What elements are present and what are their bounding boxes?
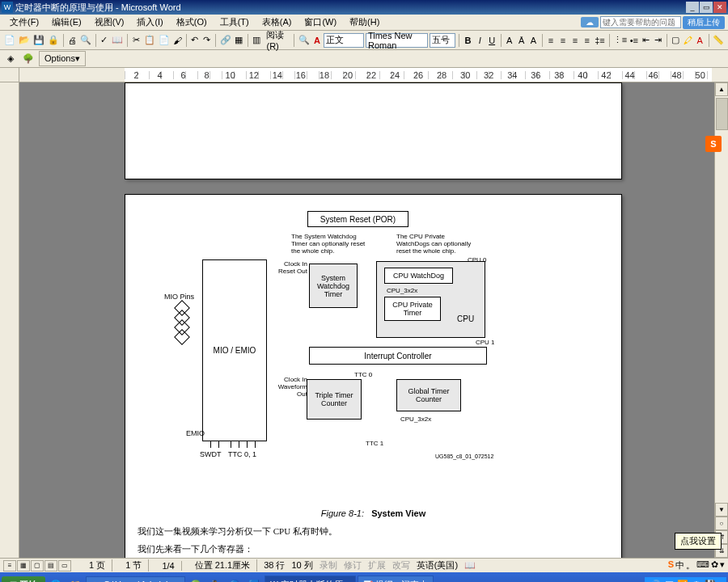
status-lang[interactable]: 英语(美国) bbox=[417, 559, 458, 571]
italic-icon[interactable]: I bbox=[475, 33, 485, 48]
undo-icon[interactable]: ↶ bbox=[190, 33, 201, 48]
close-button[interactable]: ✕ bbox=[713, 2, 726, 13]
ie-icon[interactable]: 🌐 bbox=[47, 576, 65, 582]
sogou-badge[interactable]: S bbox=[705, 136, 722, 152]
view-reading-icon[interactable]: ▭ bbox=[58, 560, 71, 571]
font-color-icon[interactable]: A bbox=[695, 33, 705, 48]
menu-window[interactable]: 窗口(W) bbox=[298, 15, 343, 30]
ime-kbd-icon[interactable]: ⌨ bbox=[696, 559, 709, 571]
char-shading-icon[interactable]: A bbox=[504, 33, 514, 48]
cut-icon[interactable]: ✂ bbox=[131, 33, 142, 48]
view-web-icon[interactable]: ▦ bbox=[17, 560, 30, 571]
app2-icon[interactable]: 🟦 bbox=[245, 576, 263, 582]
ime-punct-icon[interactable]: 。 bbox=[686, 559, 695, 571]
highlight-icon[interactable]: 🖍 bbox=[683, 33, 693, 48]
task-explorer[interactable]: 📁 C:\Users\Adminis... bbox=[86, 576, 185, 582]
scroll-thumb[interactable] bbox=[716, 98, 728, 130]
increase-indent-icon[interactable]: ⇥ bbox=[653, 33, 663, 48]
start-button[interactable]: ⊞ 开始 bbox=[2, 576, 45, 583]
save-icon[interactable]: 💾 bbox=[32, 33, 45, 48]
ime-sogou-icon[interactable]: S bbox=[668, 559, 674, 571]
document-area[interactable]: System Reset (POR) The System Watchdog T… bbox=[19, 82, 714, 558]
bold-icon[interactable]: B bbox=[463, 33, 473, 48]
qq-icon[interactable]: 🐧 bbox=[206, 576, 224, 582]
tray-icon-3[interactable]: 📶 bbox=[677, 579, 688, 582]
app1-icon[interactable]: 🔵 bbox=[226, 576, 243, 582]
status-ovr[interactable]: 改写 bbox=[392, 559, 410, 571]
decrease-indent-icon[interactable]: ⇤ bbox=[641, 33, 651, 48]
table-icon[interactable]: ▦ bbox=[234, 33, 244, 48]
minimize-button[interactable]: _ bbox=[686, 2, 699, 13]
copy-icon[interactable]: 📋 bbox=[143, 33, 156, 48]
align-center-icon[interactable]: ≡ bbox=[558, 33, 569, 48]
tree-icon[interactable]: 🌳 bbox=[21, 52, 36, 66]
restore-button[interactable]: ▭ bbox=[700, 2, 713, 13]
ime-menu-icon[interactable]: ▾ bbox=[720, 559, 725, 571]
paragraph-2[interactable]: 我们先来看一下几个寄存器： bbox=[138, 542, 609, 557]
menu-insert[interactable]: 插入(I) bbox=[130, 15, 169, 30]
zoom-icon[interactable]: 🔍 bbox=[298, 33, 311, 48]
vertical-ruler[interactable] bbox=[0, 82, 19, 558]
ime-sym-icon[interactable]: ✿ bbox=[711, 559, 718, 571]
research-icon[interactable]: 📖 bbox=[111, 33, 124, 48]
tray-icon-2[interactable]: 🛡 bbox=[663, 579, 675, 582]
tray-icon-4[interactable]: ⚙ bbox=[691, 579, 702, 582]
outline-icon[interactable]: ◈ bbox=[3, 52, 18, 66]
tray-tooltip[interactable]: 点我设置 bbox=[675, 533, 722, 550]
upload-button[interactable]: 稍后上传 bbox=[683, 16, 725, 29]
explorer-icon[interactable]: 📁 bbox=[66, 576, 84, 582]
border-icon[interactable]: ▢ bbox=[671, 33, 681, 48]
menu-format[interactable]: 格式(O) bbox=[170, 15, 214, 30]
menu-tools[interactable]: 工具(T) bbox=[214, 15, 256, 30]
spell-icon[interactable]: ✓ bbox=[99, 33, 109, 48]
link-icon[interactable]: 🔗 bbox=[219, 33, 232, 48]
view-normal-icon[interactable]: ≡ bbox=[3, 560, 16, 571]
menu-view[interactable]: 视图(V) bbox=[88, 15, 131, 30]
columns-icon[interactable]: ▥ bbox=[252, 33, 262, 48]
system-tray[interactable]: 🔊 🛡 📶 ⚙ 💾 bbox=[645, 577, 726, 582]
chrome-icon[interactable]: 🟢 bbox=[187, 576, 205, 582]
menu-file[interactable]: 文件(F) bbox=[3, 15, 45, 30]
menu-edit[interactable]: 编辑(E) bbox=[45, 15, 88, 30]
status-ext[interactable]: 扩展 bbox=[368, 559, 386, 571]
paragraph-1[interactable]: 我们这一集视频来学习分析仅一下 CPU 私有时钟。 bbox=[138, 525, 609, 539]
align-left-icon[interactable]: ≡ bbox=[546, 33, 557, 48]
print-icon[interactable]: 🖨 bbox=[67, 33, 78, 48]
vertical-scrollbar[interactable]: ▲ ▼ ○ ⇈ ⇊ bbox=[714, 82, 728, 558]
underline-icon[interactable]: U bbox=[487, 33, 497, 48]
style-select[interactable]: 正文 bbox=[324, 33, 364, 48]
char-scale-icon[interactable]: A bbox=[528, 33, 539, 48]
status-rev[interactable]: 修订 bbox=[344, 559, 362, 571]
ruler-icon[interactable]: 📏 bbox=[712, 33, 725, 48]
font-select[interactable]: Times New Roman bbox=[366, 33, 428, 48]
align-right-icon[interactable]: ≡ bbox=[569, 33, 580, 48]
task-notepad[interactable]: 📝 提纲 - 记事本 bbox=[358, 576, 434, 583]
tray-icon-1[interactable]: 🔊 bbox=[650, 579, 661, 582]
status-rec[interactable]: 录制 bbox=[320, 559, 337, 571]
numbered-list-icon[interactable]: ⋮≡ bbox=[612, 33, 627, 48]
horizontal-ruler[interactable]: 2468101214161820222426283032343638404244… bbox=[125, 68, 712, 82]
format-painter-icon[interactable]: 🖌 bbox=[172, 33, 183, 48]
options-button[interactable]: Options▾ bbox=[39, 51, 86, 66]
cloud-icon[interactable]: ☁ bbox=[581, 17, 599, 27]
menu-help[interactable]: 帮助(H) bbox=[343, 15, 386, 30]
scroll-up-icon[interactable]: ▲ bbox=[715, 82, 728, 96]
char-format-icon[interactable]: A bbox=[312, 33, 323, 48]
browse-select-icon[interactable]: ○ bbox=[715, 517, 728, 530]
justify-icon[interactable]: ≡ bbox=[582, 33, 592, 48]
redo-icon[interactable]: ↷ bbox=[201, 33, 212, 48]
char-border-icon[interactable]: Ā bbox=[516, 33, 527, 48]
tray-icon-5[interactable]: 💾 bbox=[705, 579, 716, 582]
scroll-down-icon[interactable]: ▼ bbox=[715, 503, 728, 517]
read-button[interactable]: 阅读(R) bbox=[263, 28, 290, 52]
help-search[interactable] bbox=[600, 16, 681, 28]
bullet-list-icon[interactable]: •≡ bbox=[629, 33, 639, 48]
size-select[interactable]: 五号 bbox=[430, 33, 456, 48]
open-icon[interactable]: 📂 bbox=[18, 33, 31, 48]
preview-icon[interactable]: 🔍 bbox=[79, 33, 92, 48]
line-spacing-icon[interactable]: ‡≡ bbox=[594, 33, 606, 48]
paste-icon[interactable]: 📄 bbox=[158, 33, 171, 48]
view-outline-icon[interactable]: ▤ bbox=[44, 560, 57, 571]
task-word[interactable]: W 定时器中断的原... bbox=[265, 576, 356, 583]
permission-icon[interactable]: 🔒 bbox=[47, 33, 60, 48]
